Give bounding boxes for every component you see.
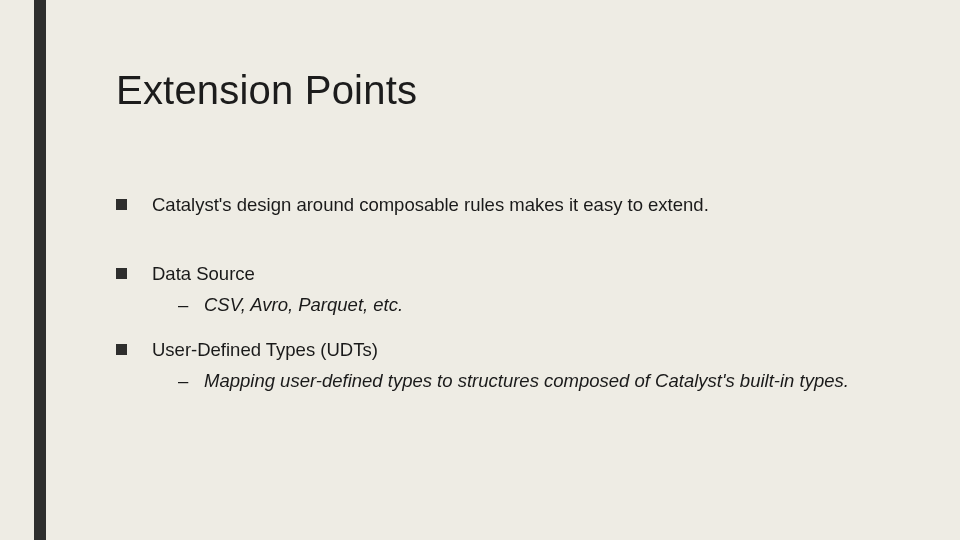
list-item: Catalyst's design around composable rule…: [116, 193, 900, 218]
dash-icon: –: [178, 293, 188, 318]
sub-list-item-text: CSV, Avro, Parquet, etc.: [204, 294, 403, 315]
sub-list: – Mapping user-defined types to structur…: [152, 369, 900, 394]
list-item-text: Data Source: [152, 263, 255, 284]
sub-list-item: – Mapping user-defined types to structur…: [152, 369, 900, 394]
page-title: Extension Points: [116, 68, 900, 113]
slide-content: Extension Points Catalyst's design aroun…: [116, 68, 900, 394]
accent-bar: [34, 0, 46, 540]
sub-list: – CSV, Avro, Parquet, etc.: [152, 293, 900, 318]
list-item: User-Defined Types (UDTs) – Mapping user…: [116, 338, 900, 394]
sub-list-item-text: Mapping user-defined types to structures…: [204, 370, 849, 391]
square-bullet-icon: [116, 344, 127, 355]
square-bullet-icon: [116, 268, 127, 279]
bullet-list: Catalyst's design around composable rule…: [116, 193, 900, 394]
list-item: Data Source – CSV, Avro, Parquet, etc.: [116, 262, 900, 318]
list-item-text: User-Defined Types (UDTs): [152, 339, 378, 360]
dash-icon: –: [178, 369, 188, 394]
list-item-text: Catalyst's design around composable rule…: [152, 194, 709, 215]
square-bullet-icon: [116, 199, 127, 210]
sub-list-item: – CSV, Avro, Parquet, etc.: [152, 293, 900, 318]
